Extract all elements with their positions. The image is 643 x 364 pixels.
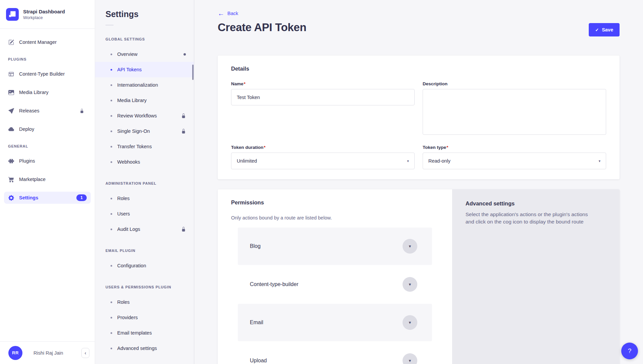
subnav-item-api-tokens[interactable]: API Tokens xyxy=(95,62,194,77)
expand-accordion-button[interactable]: ▼ xyxy=(403,277,417,292)
lock-icon xyxy=(181,227,186,232)
expand-accordion-button[interactable]: ▼ xyxy=(403,315,417,330)
token-type-label-text: Token type xyxy=(423,145,446,150)
nav-item-content-type-builder[interactable]: Content-Type Builder xyxy=(4,68,91,80)
expand-accordion-button[interactable]: ▼ xyxy=(403,239,417,254)
nav-item-media-library[interactable]: Media Library xyxy=(4,86,91,98)
cloud-icon xyxy=(8,126,14,132)
notifications-badge: 1 xyxy=(76,194,87,201)
subnav-item-webhooks[interactable]: Webhooks xyxy=(95,154,194,170)
subnav-item-label: Email templates xyxy=(117,330,152,336)
subnav-scrollbar-thumb[interactable] xyxy=(192,65,194,80)
bullet-icon xyxy=(111,348,112,349)
question-mark-icon: ? xyxy=(628,347,632,355)
subnav-section-label-users-permissions-plugin: USERS & PERMISSIONS PLUGIN xyxy=(105,285,194,289)
token-duration-select[interactable]: Unlimited ▾ xyxy=(231,153,415,169)
back-link[interactable]: ← Back xyxy=(218,10,238,17)
subnav-item-label: Roles xyxy=(117,196,130,201)
nav-section-label-general: GENERAL xyxy=(4,144,91,148)
accordion-label: Upload xyxy=(250,358,267,364)
nav-item-label: Content Manager xyxy=(19,39,57,45)
accordion-label: Blog xyxy=(250,243,261,249)
subnav-item-single-sign-on[interactable]: Single Sign-On xyxy=(95,123,194,139)
chevron-down-icon: ▾ xyxy=(407,159,409,163)
accordion-content-type-builder[interactable]: Content-type-builder▼ xyxy=(238,266,432,303)
main-nav-list: Content ManagerPLUGINSContent-Type Build… xyxy=(0,29,95,341)
nav-item-label: Marketplace xyxy=(19,177,46,182)
token-type-value: Read-only xyxy=(428,158,450,164)
subnav-item-label: Configuration xyxy=(117,263,146,268)
subnav-item-overview[interactable]: Overview xyxy=(95,47,194,62)
avatar[interactable]: RR xyxy=(8,346,22,360)
app-root: Strapi Dashboard Workplace Content Manag… xyxy=(0,0,643,364)
bullet-icon xyxy=(111,229,112,230)
collapse-sidebar-button[interactable]: ‹ xyxy=(81,348,89,358)
bullet-icon xyxy=(111,198,112,199)
subnav-item-providers[interactable]: Providers xyxy=(95,310,194,325)
user-footer: RR Rishi Raj Jain ‹ xyxy=(0,341,95,364)
required-asterisk: * xyxy=(264,145,266,150)
workspace-title: Strapi Dashboard xyxy=(23,9,65,15)
subnav-item-configuration[interactable]: Configuration xyxy=(95,258,194,273)
send-icon xyxy=(8,108,14,114)
subnav-item-review-workflows[interactable]: Review Workflows xyxy=(95,108,194,123)
bullet-icon xyxy=(111,146,112,148)
subnav-section-label-global-settings: GLOBAL SETTINGS xyxy=(105,37,194,41)
page-title: Create API Token xyxy=(218,21,306,34)
subnav-list: RolesProvidersEmail templatesAdvanced se… xyxy=(95,294,194,356)
subnav-item-roles[interactable]: Roles xyxy=(95,294,194,310)
bullet-icon xyxy=(111,301,112,303)
nav-item-settings[interactable]: Settings1 xyxy=(4,192,91,204)
subnav-item-email-templates[interactable]: Email templates xyxy=(95,325,194,341)
accordion-label: Content-type-builder xyxy=(250,281,298,287)
nav-item-content-manager[interactable]: Content Manager xyxy=(4,36,91,48)
token-type-select[interactable]: Read-only ▾ xyxy=(423,153,606,169)
nav-item-label: Settings xyxy=(19,195,38,200)
subnav-item-label: Transfer Tokens xyxy=(117,144,152,149)
nav-item-label: Releases xyxy=(19,108,39,113)
bullet-icon xyxy=(111,69,112,71)
subnav-item-label: Single Sign-On xyxy=(117,128,150,134)
bullet-icon xyxy=(111,100,112,101)
expand-accordion-button[interactable]: ▼ xyxy=(403,353,417,364)
main-content: ← Back Create API Token ✓ Save Details N… xyxy=(194,0,643,364)
token-type-label: Token type* xyxy=(423,145,448,150)
description-textarea[interactable] xyxy=(423,89,606,135)
required-asterisk: * xyxy=(446,145,448,150)
name-label-text: Name xyxy=(231,81,243,86)
details-heading: Details xyxy=(231,66,606,72)
subnav-item-label: Advanced settings xyxy=(117,346,157,351)
bullet-icon xyxy=(111,54,112,55)
accordion-upload[interactable]: Upload▼ xyxy=(238,342,432,364)
settings-subnav: Settings GLOBAL SETTINGSOverviewAPI Toke… xyxy=(95,0,194,364)
nav-item-plugins[interactable]: Plugins xyxy=(4,155,91,167)
subnav-item-internationalization[interactable]: Internationalization xyxy=(95,77,194,93)
help-button[interactable]: ? xyxy=(621,343,638,359)
nav-item-label: Deploy xyxy=(19,126,34,132)
title-row: Create API Token ✓ Save xyxy=(218,21,620,36)
subnav-item-roles[interactable]: Roles xyxy=(95,191,194,206)
subnav-item-media-library[interactable]: Media Library xyxy=(95,93,194,108)
bullet-icon xyxy=(111,213,112,215)
save-button[interactable]: ✓ Save xyxy=(589,23,620,36)
subnav-item-transfer-tokens[interactable]: Transfer Tokens xyxy=(95,139,194,154)
subnav-item-audit-logs[interactable]: Audit Logs xyxy=(95,221,194,237)
details-form: Name* Description Token duration* Unlimi… xyxy=(231,81,606,169)
permissions-subtitle: Only actions bound by a route are listed… xyxy=(231,215,439,220)
subnav-item-advanced-settings[interactable]: Advanced settings xyxy=(95,341,194,356)
nav-item-deploy[interactable]: Deploy xyxy=(4,123,91,135)
accordion-blog[interactable]: Blog▼ xyxy=(238,227,432,265)
accordion-email[interactable]: Email▼ xyxy=(238,304,432,341)
subnav-item-label: Providers xyxy=(117,315,138,320)
caret-down-icon: ▼ xyxy=(408,359,412,363)
description-field-group: Description xyxy=(423,81,606,134)
main-nav: Strapi Dashboard Workplace Content Manag… xyxy=(0,0,95,364)
name-input[interactable] xyxy=(231,89,415,105)
nav-item-releases[interactable]: Releases xyxy=(4,105,91,117)
token-duration-label-text: Token duration xyxy=(231,145,264,150)
subnav-item-users[interactable]: Users xyxy=(95,206,194,221)
nav-item-marketplace[interactable]: Marketplace xyxy=(4,173,91,185)
cart-icon xyxy=(8,176,14,182)
pencil-square-icon xyxy=(8,39,14,45)
caret-down-icon: ▼ xyxy=(408,282,412,286)
